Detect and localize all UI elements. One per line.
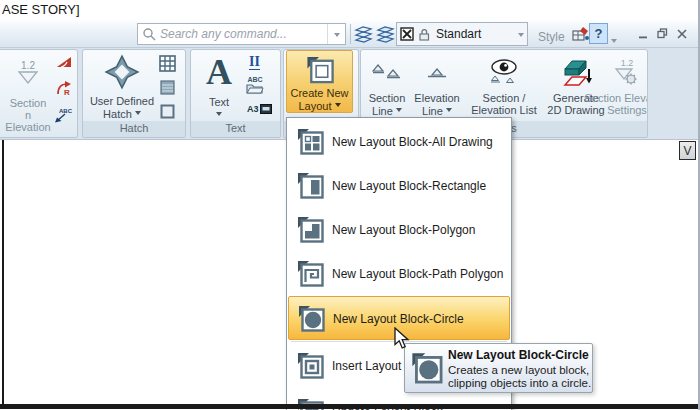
command-search-box[interactable]: Search any command... xyxy=(137,23,346,45)
layer-stack-button[interactable] xyxy=(376,25,395,43)
edit-style-button[interactable] xyxy=(572,26,590,42)
svg-text:R: R xyxy=(64,88,70,97)
ribbon-group-hatch: User Defined Hatch xyxy=(82,49,186,138)
radius-dim-button[interactable]: R xyxy=(55,80,73,98)
close-button[interactable] xyxy=(675,27,689,40)
search-input[interactable]: Search any command... xyxy=(160,27,327,41)
section-elevation-list-button[interactable]: Section / Elevation List xyxy=(463,52,545,116)
menu-item-path-polygon[interactable]: New Layout Block-Path Polygon xyxy=(288,252,510,296)
dropdown-caret-icon xyxy=(446,108,452,115)
application-window: ASE STORY] Search any command... xyxy=(0,0,700,410)
a3d-glyph: A3 xyxy=(247,104,259,114)
close-icon xyxy=(677,29,687,39)
toolbar-separator xyxy=(350,24,351,44)
red-angle-icon xyxy=(55,54,72,69)
grid-hatch-icon xyxy=(159,55,176,72)
menu-item-label: New Layout Block-Path Polygon xyxy=(332,267,503,281)
quick-access-toolbar: Search any command... xyxy=(0,20,700,48)
menu-item-all-drawing[interactable]: New Layout Block-All Drawing xyxy=(288,120,510,164)
layers-icon xyxy=(354,25,373,43)
section-label-2: n Elevation xyxy=(3,109,53,133)
new-layout-page-icon xyxy=(304,54,336,85)
insert-layout-block-icon xyxy=(296,351,325,380)
generate-2d-icon xyxy=(559,57,593,87)
canvas-border xyxy=(2,140,4,406)
folder-icon xyxy=(246,83,264,94)
create-new-layout-button[interactable]: Create New Layout xyxy=(286,50,353,113)
menu-item-rectangle[interactable]: New Layout Block-Rectangle xyxy=(288,164,510,208)
import-text-button[interactable]: ABC xyxy=(246,76,264,94)
outline-hatch-button[interactable] xyxy=(160,104,175,119)
hatch-label-1: User Defined xyxy=(90,95,154,107)
tools-btn4-l1: Section Elevation xyxy=(585,92,649,104)
text-button[interactable]: A Text xyxy=(195,52,243,121)
abc-arrow-icon: ABC xyxy=(53,106,73,123)
minimize-icon xyxy=(638,29,648,39)
ribbon-group-text: A Text II ABC A3 xyxy=(190,49,281,138)
section-elevation-settings-button[interactable]: 1.2 Section Elevation Settin xyxy=(607,52,647,116)
dropdown-caret-icon xyxy=(216,112,222,119)
section-elevation-button[interactable]: 1.2 Section n Elevation xyxy=(3,52,53,133)
tools-btn0-l1: Section xyxy=(369,92,406,104)
restore-icon xyxy=(657,28,668,39)
canvas-corner-button[interactable]: V xyxy=(679,141,696,160)
text-label: Text xyxy=(209,96,229,108)
abc-glyph: ABC xyxy=(246,76,264,83)
window-title: ASE STORY] xyxy=(2,2,80,17)
layers-filled-icon xyxy=(376,25,395,43)
hatch-diamond-icon xyxy=(104,54,140,90)
settings-badge: 1.2 xyxy=(621,58,634,68)
outline-hatch-icon xyxy=(160,104,175,119)
help-button[interactable]: ? xyxy=(589,23,608,44)
menu-item-label: New Layout Block-All Drawing xyxy=(332,135,493,149)
style-combo[interactable]: Standart xyxy=(396,22,528,46)
text-3d-button[interactable]: A3 xyxy=(247,104,272,114)
edit-style-icon xyxy=(572,26,590,42)
minimize-button[interactable] xyxy=(636,27,650,40)
tools-btn1-l1: Elevation xyxy=(414,92,459,104)
settings-gear-icon xyxy=(614,68,640,86)
column-text-button[interactable]: II xyxy=(249,54,260,70)
layout-all-drawing-icon xyxy=(296,127,325,156)
menu-item-label: New Layout Block-Circle xyxy=(333,312,464,326)
tooltip-line-1: Creates a new layout block, xyxy=(448,364,589,376)
big-a-glyph: A xyxy=(206,52,232,92)
xbox-icon xyxy=(400,27,414,41)
section-marker-icon xyxy=(17,71,39,84)
user-defined-hatch-button[interactable]: User Defined Hatch xyxy=(89,52,155,120)
layer-list-button[interactable] xyxy=(354,25,373,43)
title-bar: ASE STORY] xyxy=(0,0,700,20)
menu-item-polygon[interactable]: New Layout Block-Polygon xyxy=(288,208,510,252)
style-label: Style xyxy=(538,30,565,44)
grid-hatch-button[interactable] xyxy=(159,55,176,72)
elevation-line-button[interactable]: Elevation Line xyxy=(411,52,463,117)
eye-list-icon xyxy=(489,59,519,85)
layout-rectangle-icon xyxy=(296,171,325,200)
svg-text:ABC: ABC xyxy=(59,108,73,114)
lock-icon xyxy=(418,27,430,41)
section-line-button[interactable]: Section Line xyxy=(363,52,411,117)
tooltip-line-2: clipping objects into a circle. xyxy=(448,377,591,389)
window-bottom-edge xyxy=(0,404,700,409)
dropdown-caret-icon xyxy=(335,103,341,110)
ii-icon: II xyxy=(249,54,260,69)
tools-btn4-l2: Settings xyxy=(585,104,649,116)
scale-badge: 1.2 xyxy=(21,60,35,71)
ribbon-group-section-elevation: 1.2 Section n Elevation xyxy=(0,49,78,138)
help-label: ? xyxy=(595,26,603,41)
tooltip: New Layout Block-Circle Creates a new la… xyxy=(404,343,593,393)
standart-value: Standart xyxy=(434,27,514,41)
search-icon xyxy=(142,27,156,41)
chevron-down-icon xyxy=(518,33,524,40)
tools-btn2-l2: Elevation List xyxy=(471,104,536,116)
group-footer-text: Text xyxy=(191,121,280,137)
dropdown-caret-icon xyxy=(396,108,402,115)
abc-dim-button[interactable]: ABC xyxy=(53,106,73,123)
elevation-line-icon xyxy=(425,63,449,81)
solid-hatch-button[interactable] xyxy=(160,80,175,95)
dropdown-caret-icon xyxy=(135,111,141,118)
layout-circle-icon xyxy=(297,304,326,333)
restore-button[interactable] xyxy=(655,27,669,40)
search-dropdown-button[interactable] xyxy=(327,24,345,44)
angle-measure-button[interactable] xyxy=(55,54,72,69)
